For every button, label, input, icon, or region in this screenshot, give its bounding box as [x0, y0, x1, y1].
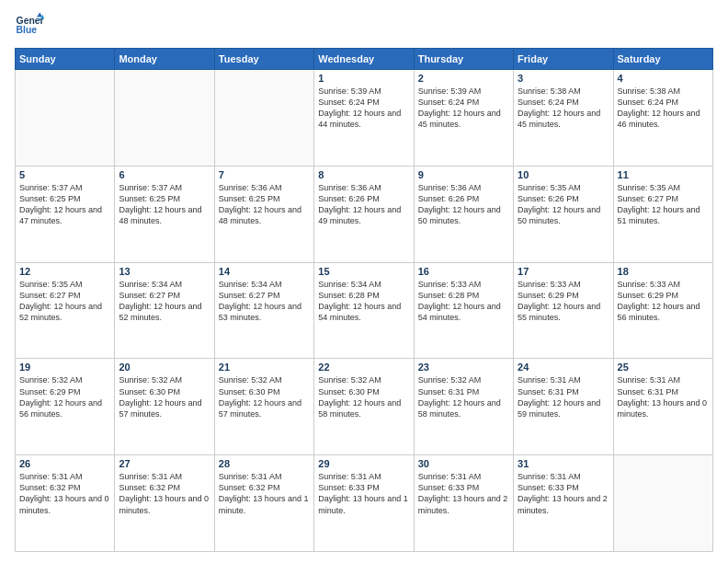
week-row-3: 19Sunrise: 5:32 AM Sunset: 6:29 PM Dayli… — [16, 359, 713, 455]
cell-info: Sunrise: 5:32 AM Sunset: 6:31 PM Dayligh… — [418, 374, 509, 419]
week-row-4: 26Sunrise: 5:31 AM Sunset: 6:32 PM Dayli… — [16, 455, 713, 552]
cell-info: Sunrise: 5:38 AM Sunset: 6:24 PM Dayligh… — [618, 86, 709, 131]
calendar-cell: 8Sunrise: 5:36 AM Sunset: 6:26 PM Daylig… — [314, 166, 414, 262]
day-number: 6 — [119, 169, 210, 180]
day-number: 31 — [518, 458, 609, 469]
day-number: 3 — [518, 73, 609, 84]
calendar-cell: 31Sunrise: 5:31 AM Sunset: 6:33 PM Dayli… — [514, 455, 613, 552]
cell-info: Sunrise: 5:37 AM Sunset: 6:25 PM Dayligh… — [19, 182, 110, 227]
calendar-cell: 19Sunrise: 5:32 AM Sunset: 6:29 PM Dayli… — [16, 359, 115, 455]
cell-info: Sunrise: 5:31 AM Sunset: 6:33 PM Dayligh… — [318, 471, 409, 516]
day-number: 10 — [518, 169, 609, 180]
week-row-0: 1Sunrise: 5:39 AM Sunset: 6:24 PM Daylig… — [16, 70, 713, 167]
day-number: 30 — [418, 458, 509, 469]
weekday-header-wednesday: Wednesday — [314, 49, 414, 70]
cell-info: Sunrise: 5:34 AM Sunset: 6:27 PM Dayligh… — [119, 279, 210, 324]
cell-info: Sunrise: 5:34 AM Sunset: 6:28 PM Dayligh… — [318, 279, 409, 324]
day-number: 28 — [219, 458, 310, 469]
calendar-cell: 10Sunrise: 5:35 AM Sunset: 6:26 PM Dayli… — [514, 166, 613, 262]
calendar-cell — [613, 455, 712, 552]
calendar-cell: 6Sunrise: 5:37 AM Sunset: 6:25 PM Daylig… — [115, 166, 214, 262]
day-number: 26 — [19, 458, 110, 469]
cell-info: Sunrise: 5:33 AM Sunset: 6:29 PM Dayligh… — [518, 279, 609, 324]
day-number: 27 — [119, 458, 210, 469]
calendar-cell: 5Sunrise: 5:37 AM Sunset: 6:25 PM Daylig… — [16, 166, 115, 262]
cell-info: Sunrise: 5:31 AM Sunset: 6:31 PM Dayligh… — [618, 374, 709, 419]
calendar-cell: 25Sunrise: 5:31 AM Sunset: 6:31 PM Dayli… — [613, 359, 712, 455]
weekday-header-friday: Friday — [514, 49, 613, 70]
weekday-header-row: SundayMondayTuesdayWednesdayThursdayFrid… — [16, 49, 713, 70]
day-number: 20 — [119, 362, 210, 373]
cell-info: Sunrise: 5:31 AM Sunset: 6:32 PM Dayligh… — [219, 471, 310, 516]
day-number: 13 — [119, 266, 210, 277]
svg-marker-2 — [37, 13, 42, 17]
calendar-cell: 12Sunrise: 5:35 AM Sunset: 6:27 PM Dayli… — [16, 262, 115, 359]
cell-info: Sunrise: 5:32 AM Sunset: 6:30 PM Dayligh… — [318, 374, 409, 419]
week-row-2: 12Sunrise: 5:35 AM Sunset: 6:27 PM Dayli… — [16, 262, 713, 359]
cell-info: Sunrise: 5:38 AM Sunset: 6:24 PM Dayligh… — [518, 86, 609, 131]
cell-info: Sunrise: 5:34 AM Sunset: 6:27 PM Dayligh… — [219, 279, 310, 324]
calendar-cell: 1Sunrise: 5:39 AM Sunset: 6:24 PM Daylig… — [314, 70, 414, 167]
weekday-header-sunday: Sunday — [16, 49, 115, 70]
day-number: 7 — [219, 169, 310, 180]
weekday-header-tuesday: Tuesday — [214, 49, 313, 70]
cell-info: Sunrise: 5:31 AM Sunset: 6:31 PM Dayligh… — [518, 374, 609, 419]
cell-info: Sunrise: 5:39 AM Sunset: 6:24 PM Dayligh… — [318, 86, 409, 131]
calendar-cell: 28Sunrise: 5:31 AM Sunset: 6:32 PM Dayli… — [214, 455, 313, 552]
calendar-cell — [214, 70, 313, 167]
calendar-cell: 16Sunrise: 5:33 AM Sunset: 6:28 PM Dayli… — [414, 262, 513, 359]
day-number: 22 — [318, 362, 409, 373]
day-number: 25 — [618, 362, 709, 373]
day-number: 11 — [618, 169, 709, 180]
logo-icon: General Blue — [15, 11, 44, 40]
calendar-cell: 14Sunrise: 5:34 AM Sunset: 6:27 PM Dayli… — [214, 262, 313, 359]
calendar-cell: 20Sunrise: 5:32 AM Sunset: 6:30 PM Dayli… — [115, 359, 214, 455]
day-number: 9 — [418, 169, 509, 180]
logo: General Blue — [15, 11, 48, 40]
calendar-cell: 13Sunrise: 5:34 AM Sunset: 6:27 PM Dayli… — [115, 262, 214, 359]
cell-info: Sunrise: 5:35 AM Sunset: 6:26 PM Dayligh… — [518, 182, 609, 227]
calendar-cell: 24Sunrise: 5:31 AM Sunset: 6:31 PM Dayli… — [514, 359, 613, 455]
day-number: 15 — [318, 266, 409, 277]
cell-info: Sunrise: 5:35 AM Sunset: 6:27 PM Dayligh… — [19, 279, 110, 324]
day-number: 21 — [219, 362, 310, 373]
calendar-cell: 17Sunrise: 5:33 AM Sunset: 6:29 PM Dayli… — [514, 262, 613, 359]
day-number: 24 — [518, 362, 609, 373]
day-number: 29 — [318, 458, 409, 469]
cell-info: Sunrise: 5:32 AM Sunset: 6:29 PM Dayligh… — [19, 374, 110, 419]
calendar-cell: 22Sunrise: 5:32 AM Sunset: 6:30 PM Dayli… — [314, 359, 414, 455]
cell-info: Sunrise: 5:31 AM Sunset: 6:32 PM Dayligh… — [119, 471, 210, 516]
cell-info: Sunrise: 5:36 AM Sunset: 6:26 PM Dayligh… — [418, 182, 509, 227]
calendar-cell: 2Sunrise: 5:39 AM Sunset: 6:24 PM Daylig… — [414, 70, 513, 167]
cell-info: Sunrise: 5:35 AM Sunset: 6:27 PM Dayligh… — [618, 182, 709, 227]
cell-info: Sunrise: 5:36 AM Sunset: 6:26 PM Dayligh… — [318, 182, 409, 227]
cell-info: Sunrise: 5:31 AM Sunset: 6:33 PM Dayligh… — [418, 471, 509, 516]
weekday-header-monday: Monday — [115, 49, 214, 70]
cell-info: Sunrise: 5:39 AM Sunset: 6:24 PM Dayligh… — [418, 86, 509, 131]
day-number: 4 — [618, 73, 709, 84]
calendar-cell: 4Sunrise: 5:38 AM Sunset: 6:24 PM Daylig… — [613, 70, 712, 167]
day-number: 8 — [318, 169, 409, 180]
weekday-header-saturday: Saturday — [613, 49, 712, 70]
calendar-cell: 27Sunrise: 5:31 AM Sunset: 6:32 PM Dayli… — [115, 455, 214, 552]
day-number: 14 — [219, 266, 310, 277]
svg-text:Blue: Blue — [17, 25, 38, 35]
cell-info: Sunrise: 5:31 AM Sunset: 6:32 PM Dayligh… — [19, 471, 110, 516]
calendar-cell: 18Sunrise: 5:33 AM Sunset: 6:29 PM Dayli… — [613, 262, 712, 359]
weekday-header-thursday: Thursday — [414, 49, 513, 70]
calendar-cell — [16, 70, 115, 167]
page: General Blue SundayMondayTuesdayWednesda… — [0, 0, 728, 563]
calendar-cell: 3Sunrise: 5:38 AM Sunset: 6:24 PM Daylig… — [514, 70, 613, 167]
cell-info: Sunrise: 5:32 AM Sunset: 6:30 PM Dayligh… — [119, 374, 210, 419]
header: General Blue — [15, 11, 713, 40]
calendar-cell: 29Sunrise: 5:31 AM Sunset: 6:33 PM Dayli… — [314, 455, 414, 552]
cell-info: Sunrise: 5:33 AM Sunset: 6:28 PM Dayligh… — [418, 279, 509, 324]
day-number: 17 — [518, 266, 609, 277]
calendar-cell — [115, 70, 214, 167]
cell-info: Sunrise: 5:33 AM Sunset: 6:29 PM Dayligh… — [618, 279, 709, 324]
calendar-cell: 26Sunrise: 5:31 AM Sunset: 6:32 PM Dayli… — [16, 455, 115, 552]
day-number: 19 — [19, 362, 110, 373]
day-number: 12 — [19, 266, 110, 277]
day-number: 16 — [418, 266, 509, 277]
calendar-cell: 7Sunrise: 5:36 AM Sunset: 6:25 PM Daylig… — [214, 166, 313, 262]
